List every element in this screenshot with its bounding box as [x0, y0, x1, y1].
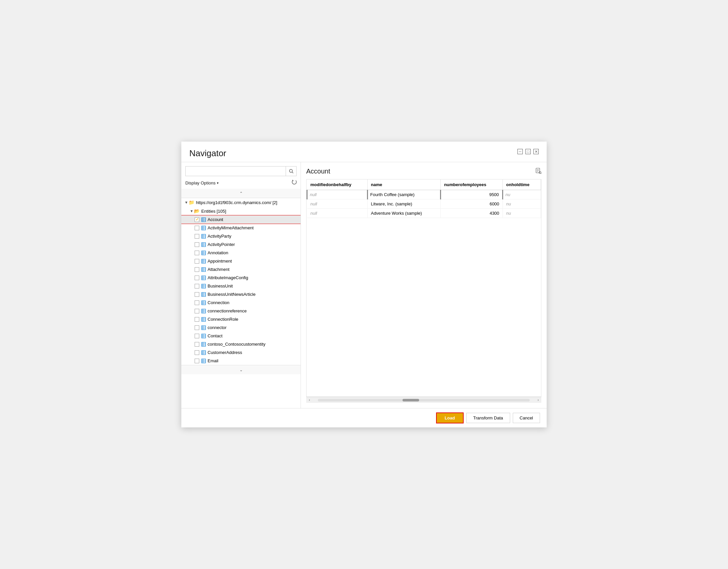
- table-icon-appointment: [201, 259, 206, 263]
- businessunit-checkbox[interactable]: [195, 284, 199, 289]
- annotation-checkbox[interactable]: [195, 250, 199, 255]
- svg-rect-19: [202, 251, 206, 255]
- cell-onhold-3: nu: [503, 209, 541, 218]
- table-row: null Litware, Inc. (sample) 6000 nu: [307, 199, 541, 209]
- tree-item-connectionreference[interactable]: connectionreference: [181, 307, 301, 315]
- cell-onhold-2: nu: [503, 199, 541, 209]
- tree-item-attachment[interactable]: Attachment: [181, 265, 301, 273]
- dialog-title: Navigator: [189, 148, 226, 158]
- appointment-checkbox[interactable]: [195, 259, 199, 263]
- businessunitnewsarticle-checkbox[interactable]: [195, 292, 199, 297]
- tree-item-annotation[interactable]: Annotation: [181, 248, 301, 257]
- customeraddress-checkbox[interactable]: [195, 350, 199, 355]
- connector-checkbox[interactable]: [195, 326, 199, 330]
- activitymimeattachment-checkbox[interactable]: [195, 226, 199, 230]
- maximize-button[interactable]: □: [525, 149, 531, 154]
- tree-item-attributeimageconfig[interactable]: AttributeImageConfig: [181, 273, 301, 282]
- connectionreference-checkbox[interactable]: [195, 309, 199, 314]
- tree-area[interactable]: ⌃ ▼ 📁 https://org1d1f903c.crm.dynamics.c…: [181, 189, 301, 408]
- connectionrole-label: ConnectionRole: [208, 317, 238, 322]
- col-header-numberofemployees: numberofemployees: [441, 179, 503, 190]
- table-icon-businessunit: [201, 284, 206, 289]
- customeraddress-label: CustomerAddress: [208, 350, 242, 355]
- svg-rect-7: [202, 226, 206, 230]
- appointment-label: Appointment: [208, 258, 232, 263]
- svg-rect-63: [202, 342, 206, 346]
- titlebar: Navigator ─ □ ✕: [181, 142, 547, 162]
- cell-employees-3: 4300: [441, 209, 503, 218]
- entities-folder-item[interactable]: ▼ 📂 Entities [105]: [181, 207, 301, 215]
- scroll-down-button[interactable]: ⌄: [181, 365, 301, 374]
- tree-item-activitypointer[interactable]: ActivityPointer: [181, 240, 301, 248]
- svg-rect-27: [202, 267, 206, 271]
- table-icon-activitymimeattachment: [201, 226, 206, 230]
- table-icon-contact: [201, 334, 206, 338]
- tree-item-contact[interactable]: Contact: [181, 332, 301, 340]
- table-icon-email: [201, 359, 206, 363]
- tree-item-connector[interactable]: connector: [181, 324, 301, 332]
- tree-item-activityparty[interactable]: ActivityParty: [181, 232, 301, 240]
- connectionrole-checkbox[interactable]: [195, 317, 199, 322]
- refresh-button[interactable]: [291, 179, 297, 186]
- search-icon: [289, 169, 294, 173]
- cancel-button[interactable]: Cancel: [513, 413, 540, 423]
- entities-folder-icon: 📂: [194, 208, 200, 214]
- tree-item-appointment[interactable]: Appointment: [181, 257, 301, 265]
- contact-checkbox[interactable]: [195, 334, 199, 338]
- svg-rect-39: [202, 293, 206, 297]
- transform-data-button[interactable]: Transform Data: [466, 413, 510, 423]
- attributeimageconfig-checkbox[interactable]: [195, 275, 199, 280]
- close-button[interactable]: ✕: [533, 149, 539, 154]
- table-icon-connectionreference: [201, 309, 206, 314]
- tree-item-activitymimeattachment[interactable]: ActivityMimeAttachment: [181, 224, 301, 232]
- svg-rect-3: [202, 218, 206, 222]
- table-row: null Adventure Works (sample) 4300 nu: [307, 209, 541, 218]
- activitymimeattachment-label: ActivityMimeAttachment: [208, 225, 254, 230]
- tree-item-email[interactable]: Email: [181, 357, 301, 365]
- tree-item-connection[interactable]: Connection: [181, 299, 301, 307]
- scroll-up-button[interactable]: ⌃: [181, 189, 301, 198]
- table-icon-connectionrole: [201, 317, 206, 322]
- scroll-thumb[interactable]: [403, 399, 419, 402]
- horizontal-scrollbar[interactable]: ‹ ›: [306, 397, 541, 403]
- tree-item-contosocustomentity[interactable]: contoso_Contosocustomentity: [181, 340, 301, 348]
- email-checkbox[interactable]: [195, 359, 199, 363]
- tree-item-connectionrole[interactable]: ConnectionRole: [181, 315, 301, 324]
- display-options-label: Display Options: [185, 180, 216, 185]
- search-button[interactable]: [286, 166, 297, 176]
- svg-rect-47: [202, 309, 206, 313]
- cell-name-2: Litware, Inc. (sample): [367, 199, 440, 209]
- contosocustomentity-checkbox[interactable]: [195, 342, 199, 347]
- scroll-track[interactable]: [318, 399, 529, 402]
- svg-line-1: [292, 172, 293, 173]
- contosocustomentity-label: contoso_Contosocustomentity: [208, 342, 265, 347]
- tree-item-account[interactable]: Account: [181, 215, 301, 224]
- scroll-right-arrow[interactable]: ›: [536, 398, 540, 403]
- connector-label: connector: [208, 325, 227, 330]
- expand-icon: ▼: [184, 200, 189, 204]
- scroll-left-arrow[interactable]: ‹: [308, 398, 311, 403]
- activitypointer-label: ActivityPointer: [208, 242, 235, 247]
- preview-table-container: modifiedonbehalfby name numberofemployee…: [306, 179, 541, 397]
- businessunitnewsarticle-label: BusinessUnitNewsArticle: [208, 292, 256, 297]
- svg-rect-11: [202, 234, 206, 238]
- minimize-button[interactable]: ─: [517, 149, 523, 154]
- search-input[interactable]: [185, 166, 286, 176]
- load-button[interactable]: Load: [436, 413, 464, 424]
- tree-item-customeraddress[interactable]: CustomerAddress: [181, 348, 301, 357]
- account-checkbox[interactable]: [195, 217, 199, 222]
- col-header-onholdtime: onholdtime: [503, 179, 541, 190]
- activitypointer-checkbox[interactable]: [195, 242, 199, 247]
- tree-item-businessunit[interactable]: BusinessUnit: [181, 282, 301, 290]
- preview-table: modifiedonbehalfby name numberofemployee…: [307, 179, 541, 218]
- activityparty-checkbox[interactable]: [195, 234, 199, 238]
- display-options-row: Display Options ▾: [181, 179, 301, 189]
- preview-options-button[interactable]: [535, 168, 541, 175]
- connection-checkbox[interactable]: [195, 301, 199, 305]
- svg-point-0: [289, 169, 292, 172]
- display-options-button[interactable]: Display Options ▾: [185, 180, 219, 185]
- svg-rect-67: [202, 351, 206, 355]
- tree-root-item[interactable]: ▼ 📁 https://org1d1f903c.crm.dynamics.com…: [181, 198, 301, 207]
- tree-item-businessunitnewsarticle[interactable]: BusinessUnitNewsArticle: [181, 290, 301, 299]
- attachment-checkbox[interactable]: [195, 267, 199, 272]
